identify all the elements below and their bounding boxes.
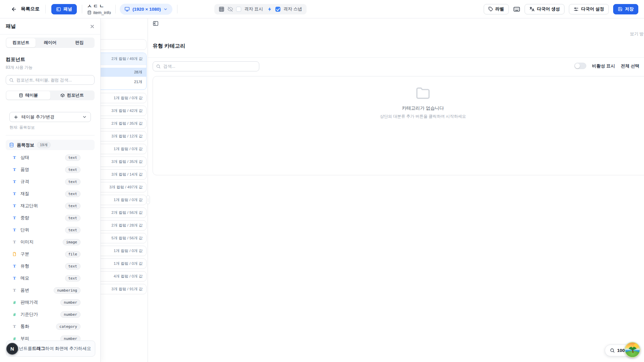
grid-icon xyxy=(219,6,224,12)
field-label: 재질 xyxy=(20,191,65,197)
drag-hint: 컴포넌트를 드래그하여 화면에 추가하세요 xyxy=(6,341,95,357)
source-mode-switch: 테이블 컴포넌트 xyxy=(6,90,95,100)
field-row[interactable]: T통화category xyxy=(6,320,95,333)
field-type-badge: numbering xyxy=(54,287,80,294)
database-icon xyxy=(87,10,92,15)
text-blue-icon: T xyxy=(11,191,18,196)
text-blue-icon: T xyxy=(11,179,18,184)
database-icon xyxy=(19,93,23,98)
table-item[interactable]: 품목정보 19개 xyxy=(6,140,95,150)
back-label: 목록으로 xyxy=(21,6,40,12)
back-to-list-button[interactable]: 목록으로 xyxy=(11,6,40,12)
grid-snap-label: 격자 스냅 xyxy=(283,6,302,12)
label-button[interactable]: 라벨 xyxy=(484,4,509,14)
field-row[interactable]: T메모text xyxy=(6,272,95,284)
field-label: 유형 xyxy=(20,263,65,269)
page-title-clipped: ㅅㄷㄴ xyxy=(87,3,111,9)
field-row[interactable]: T품명text xyxy=(6,164,95,176)
page-title-block: ㅅㄷㄴ item_info xyxy=(87,3,111,15)
lightning-icon xyxy=(267,7,272,12)
cube-icon xyxy=(60,93,65,98)
field-type-badge: number xyxy=(60,311,80,318)
i18n-settings-button[interactable]: 다국어 설정 xyxy=(569,4,609,14)
panel-open-icon[interactable] xyxy=(153,20,159,28)
inactive-toggle[interactable] xyxy=(574,63,586,69)
field-row[interactable]: T유형text xyxy=(6,260,95,272)
divider xyxy=(148,57,644,58)
hash-green-icon: # xyxy=(11,312,18,317)
field-row[interactable]: T재질text xyxy=(6,188,95,200)
tab-components[interactable]: 컴포넌트 xyxy=(6,38,36,47)
divider xyxy=(115,5,116,13)
current-table-label: 현재: 품목정보 xyxy=(9,125,91,130)
file-orange-icon xyxy=(11,252,18,256)
panel-header: 패널 xyxy=(0,18,100,35)
save-button[interactable]: 저장 xyxy=(613,4,638,14)
field-label: 기준단가 xyxy=(20,311,60,317)
i18n-generate-button[interactable]: 다국어 생성 xyxy=(525,4,565,14)
field-row[interactable]: T중량text xyxy=(6,212,95,224)
divider xyxy=(177,5,177,13)
magnifier-icon xyxy=(610,348,615,353)
field-label: 이미지 xyxy=(20,239,63,245)
field-row[interactable]: T단위text xyxy=(6,224,95,236)
column-resize-handle[interactable]: ⋮ xyxy=(146,195,150,204)
section-title: 컴포넌트 xyxy=(6,56,95,63)
field-type-badge: text xyxy=(65,155,81,161)
close-icon[interactable] xyxy=(90,24,95,29)
field-type-badge: file xyxy=(65,251,81,257)
brand-logo-button[interactable]: N xyxy=(6,343,18,355)
grid-snap-checkbox[interactable] xyxy=(275,7,280,12)
chevron-down-icon xyxy=(163,7,168,11)
panel-title: 패널 xyxy=(6,23,16,29)
sliders-icon xyxy=(574,7,579,12)
field-type-badge: text xyxy=(65,263,81,269)
chevron-down-icon xyxy=(82,115,87,119)
field-row[interactable]: #판매가격number xyxy=(6,296,95,308)
field-type-badge: text xyxy=(65,191,81,197)
grid-show-checkbox[interactable] xyxy=(236,7,241,12)
field-type-badge: text xyxy=(65,275,81,282)
eye-off-icon xyxy=(227,6,233,12)
field-row[interactable]: T규격text xyxy=(6,176,95,188)
text-blue-icon: T xyxy=(11,263,18,269)
section-subtitle: 83개 사용 가능 xyxy=(6,65,95,70)
grid-controls: 격자 표시 격자 스냅 xyxy=(214,4,306,14)
field-row[interactable]: T품번numbering xyxy=(6,284,95,296)
panel-tabs: 컴포넌트 레이어 편집 xyxy=(6,38,95,48)
empty-state-title: 카테고리가 없습니다 xyxy=(402,105,444,111)
field-label: 단위 xyxy=(20,227,65,233)
field-type-badge: text xyxy=(65,167,81,173)
folder-icon xyxy=(415,86,431,101)
field-row[interactable]: T재고단위text xyxy=(6,200,95,212)
text-gray-icon: T xyxy=(11,288,18,293)
field-row[interactable]: #기준단가number xyxy=(6,308,95,320)
add-table-dropdown[interactable]: 테이블 추가/변경 xyxy=(9,112,91,122)
tab-layers[interactable]: 레이어 xyxy=(36,38,65,47)
field-type-badge: category xyxy=(56,323,80,330)
hash-green-icon: # xyxy=(11,300,18,305)
text-gray-icon: T xyxy=(11,324,18,329)
category-empty-state: 카테고리가 없습니다 상단의 대분류 추가 버튼을 클릭하여 시작하세요 xyxy=(153,76,644,175)
mode-table[interactable]: 테이블 xyxy=(6,91,50,100)
tab-edit[interactable]: 편집 xyxy=(65,38,94,47)
category-search-input[interactable] xyxy=(153,61,259,71)
field-type-badge: text xyxy=(65,227,81,233)
keyboard-icon[interactable] xyxy=(513,6,520,12)
field-row[interactable]: T이미지image xyxy=(6,236,95,248)
field-type-badge: number xyxy=(60,299,80,306)
field-label: 메모 xyxy=(20,275,65,281)
field-row[interactable]: 구분file xyxy=(6,248,95,260)
field-row[interactable]: T상태text xyxy=(6,152,95,164)
category-search xyxy=(153,61,259,71)
field-label: 구분 xyxy=(20,251,65,257)
tag-icon xyxy=(488,7,493,11)
back-arrow-icon xyxy=(11,6,17,12)
panel-search-input[interactable] xyxy=(6,75,95,85)
island-extension-icon[interactable] xyxy=(625,342,640,358)
canvas-area: 보기 방식 유형 카테고리 비활성 표시 전체 선택 전 카테고리가 없습니다 … xyxy=(148,18,644,362)
resolution-dropdown[interactable]: (644 × 362) xyxy=(120,4,172,15)
panel-toggle-button[interactable]: 패널 xyxy=(51,4,77,14)
mode-component[interactable]: 컴포넌트 xyxy=(50,91,94,100)
select-all-button[interactable]: 전체 선택 xyxy=(621,63,640,69)
